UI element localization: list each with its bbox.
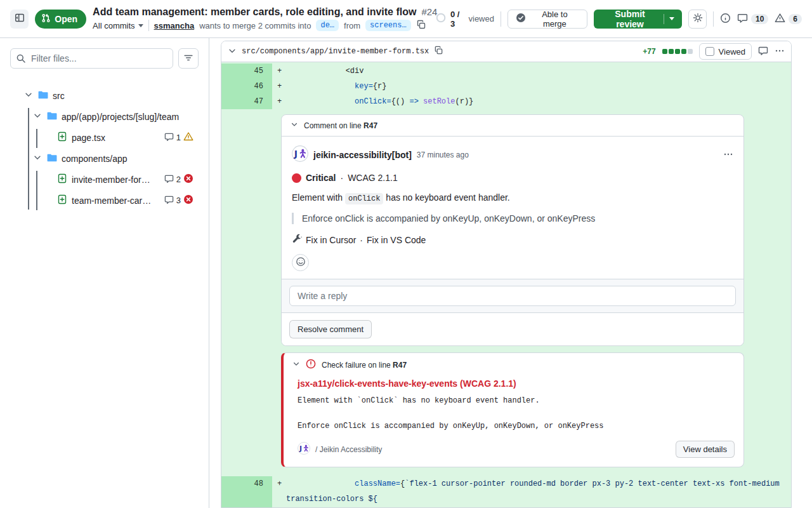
line-number[interactable]: 49 xyxy=(221,507,272,507)
file-added-icon xyxy=(57,194,67,206)
warning-triangle-icon xyxy=(183,131,193,144)
line-number[interactable]: 47 xyxy=(221,94,272,109)
info-button[interactable] xyxy=(720,13,731,25)
divider xyxy=(148,20,149,31)
comments-badge: 10 xyxy=(751,14,768,24)
check-message: Element with `onClick` has no keyboard e… xyxy=(298,396,733,405)
copy-icon xyxy=(434,46,443,57)
diff-file-header: src/components/app/invite-member-form.ts… xyxy=(221,41,791,62)
separator: · xyxy=(340,173,343,183)
collapse-thread-button[interactable] xyxy=(291,121,298,130)
pr-title-block: Add team management: member cards, role … xyxy=(93,6,429,32)
line-number[interactable]: 48 xyxy=(221,476,272,507)
collapse-file-button[interactable] xyxy=(228,46,237,57)
tree-folder-src[interactable]: src xyxy=(10,85,199,106)
from-word: from xyxy=(344,21,360,30)
code-text: key={r} xyxy=(286,79,391,94)
comment-icon xyxy=(758,46,768,58)
reply-input[interactable] xyxy=(289,286,736,306)
tree-file-team-member-car…[interactable]: team-member-car…3 xyxy=(10,190,199,211)
merge-status-button[interactable]: Able to merge xyxy=(508,10,587,29)
pr-number: #24 xyxy=(421,6,437,17)
tree-item-label: app/(app)/projects/[slug]/team xyxy=(62,112,179,122)
filter-options-button[interactable] xyxy=(178,48,199,69)
collapse-check-button[interactable] xyxy=(292,360,300,370)
viewed-checkbox-button[interactable]: Viewed xyxy=(699,43,752,60)
fix-in-vscode-link[interactable]: Fix in VS Code xyxy=(367,235,426,245)
comment-icon xyxy=(164,195,174,206)
warning-triangle-icon xyxy=(775,13,785,25)
settings-button[interactable] xyxy=(688,10,707,29)
diff-line: 46+ key={r} xyxy=(221,79,791,94)
filter-lines-icon xyxy=(183,53,193,65)
chevron-down-icon xyxy=(292,360,300,370)
resolve-comment-button[interactable]: Resolve comment xyxy=(289,320,372,338)
chevron-down-icon xyxy=(291,121,298,130)
panel-left-icon xyxy=(15,13,25,25)
diff-marker: + xyxy=(272,476,286,507)
file-options-button[interactable] xyxy=(775,46,785,58)
chevron-down-icon xyxy=(138,24,143,27)
diff-main: src/components/app/invite-member-form.ts… xyxy=(209,38,812,508)
comment-line-ref: R47 xyxy=(363,121,377,130)
view-details-button[interactable]: View details xyxy=(676,441,735,458)
copy-filename-button[interactable] xyxy=(434,46,443,57)
diff-line: 48+ className={`flex-1 cursor-pointer ro… xyxy=(221,476,791,507)
tree-folder-app/(app)/projects/[slug]/team[interactable]: app/(app)/projects/[slug]/team xyxy=(10,106,199,127)
tree-file-page.tsx[interactable]: page.tsx1 xyxy=(10,127,199,148)
comment-author[interactable]: jeikin-accessibility[bot] xyxy=(313,150,412,160)
line-number[interactable]: 46 xyxy=(221,79,272,94)
smiley-icon xyxy=(296,257,306,269)
comment-options-button[interactable] xyxy=(723,149,733,161)
comment-icon xyxy=(164,132,174,144)
file-tree: srcapp/(app)/projects/[slug]/teampage.ts… xyxy=(10,69,199,211)
commits-dropdown[interactable]: All commits xyxy=(93,21,143,30)
copy-icon xyxy=(416,20,426,32)
lint-rule-link[interactable]: jsx-a11y/click-events-have-key-events (W… xyxy=(298,378,733,389)
merge-description: wants to merge 2 commits into xyxy=(199,21,311,30)
x-circle-icon xyxy=(183,194,193,206)
check-detail: Enforce onClick is accompanied by onKeyU… xyxy=(298,422,733,431)
pr-state-badge[interactable]: Open xyxy=(35,10,86,29)
check-failure-header: Check failure on line R47 xyxy=(284,353,743,377)
kebab-icon xyxy=(723,149,733,161)
comment-timestamp: 37 minutes ago xyxy=(417,150,469,159)
diff-line: 49+ role === r xyxy=(221,507,791,507)
diff-line: 47+ onClick={() => setRole(r)} xyxy=(221,94,791,109)
base-branch-chip[interactable]: de… xyxy=(316,20,339,31)
author-link[interactable]: ssmancha xyxy=(154,21,195,30)
copy-branch-button[interactable] xyxy=(416,20,426,32)
check-line-ref: R47 xyxy=(393,361,407,370)
file-comment-button[interactable] xyxy=(758,46,768,58)
comment-count: 1 xyxy=(176,133,181,142)
checkbox-icon xyxy=(705,47,714,56)
page-title: Add team management: member cards, role … xyxy=(93,6,416,18)
head-branch-chip[interactable]: screens… xyxy=(365,20,411,31)
stat-block xyxy=(681,49,686,54)
line-number[interactable]: 45 xyxy=(221,64,272,79)
alerts-count-button[interactable]: 6 xyxy=(775,13,802,25)
filter-files-input[interactable] xyxy=(10,48,173,69)
add-reaction-button[interactable] xyxy=(292,254,309,271)
git-pull-request-icon xyxy=(41,13,51,25)
submit-review-button[interactable]: Submit review xyxy=(594,10,682,29)
kebab-icon xyxy=(775,46,785,58)
pr-state-label: Open xyxy=(55,14,77,24)
progress-circle-icon xyxy=(436,13,446,25)
tree-folder-components/app[interactable]: components/app xyxy=(10,148,199,169)
comment-count: 3 xyxy=(176,196,181,205)
severity-label: Critical xyxy=(306,173,336,183)
divider xyxy=(664,14,664,24)
error-circle-icon xyxy=(306,359,316,371)
wcag-reference: WCAG 2.1.1 xyxy=(348,173,398,183)
chevron-down-icon xyxy=(24,90,33,101)
comment-icon xyxy=(164,174,174,185)
comments-count-button[interactable]: 10 xyxy=(737,13,768,25)
reply-section xyxy=(282,279,743,312)
chevron-down-icon xyxy=(228,46,237,57)
tree-file-invite-member-for…[interactable]: invite-member-for…2 xyxy=(10,169,199,190)
fix-in-cursor-link[interactable]: Fix in Cursor xyxy=(306,235,356,245)
comment-icon xyxy=(737,13,748,25)
diff-stat-blocks xyxy=(662,49,693,54)
sidebar-toggle-button[interactable] xyxy=(10,10,29,29)
